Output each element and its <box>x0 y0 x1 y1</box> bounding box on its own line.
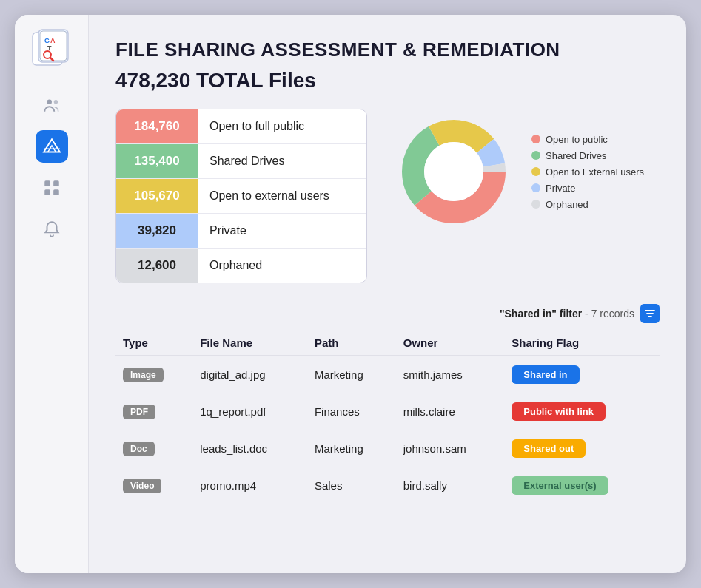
legend-dot-orphaned <box>531 200 540 209</box>
filter-info: "Shared in" filter - 7 records <box>115 304 660 323</box>
stat-row-orphaned: 12,600 Orphaned <box>116 249 366 283</box>
table-row: Image digital_ad.jpg Marketing smith.jam… <box>115 356 660 393</box>
stat-number-external: 105,670 <box>116 179 198 213</box>
legend-label-public: Open to public <box>546 134 608 145</box>
page-title: FILE SHARING ASSESSMENT & REMEDIATION <box>115 38 660 61</box>
stat-label-open-public: Open to full public <box>198 110 316 143</box>
table-row: Video promo.mp4 Sales bird.sally Externa… <box>115 467 660 504</box>
cell-type: PDF <box>115 393 192 430</box>
cell-type: Image <box>115 356 192 393</box>
stat-label-external: Open to external users <box>198 180 341 212</box>
legend-dot-private <box>531 183 540 192</box>
stat-number-orphaned: 12,600 <box>116 249 198 283</box>
cell-flag: Public with link <box>504 393 660 430</box>
stat-label-orphaned: Orphaned <box>198 249 274 282</box>
cell-path: Marketing <box>307 356 396 393</box>
legend-label-private: Private <box>546 183 575 194</box>
svg-text:G: G <box>44 37 50 44</box>
cell-filename: leads_list.doc <box>192 430 307 467</box>
cell-flag: External user(s) <box>504 467 660 504</box>
cell-filename: 1q_report.pdf <box>192 393 307 430</box>
legend-label-external: Open to External users <box>546 166 644 178</box>
cell-owner: bird.sally <box>396 467 505 504</box>
cell-flag: Shared out <box>504 430 660 467</box>
svg-point-19 <box>424 142 483 201</box>
table-row: PDF 1q_report.pdf Finances mills.claire … <box>115 393 660 430</box>
stat-number-private: 39,820 <box>116 214 198 248</box>
chart-legend: Open to public Shared Drives Open to Ext… <box>531 134 644 210</box>
sidebar: G A T <box>15 15 89 573</box>
stat-row-private: 39,820 Private <box>116 214 366 249</box>
cell-path: Marketing <box>307 430 396 467</box>
files-table: Type File Name Path Owner Sharing Flag I… <box>115 331 660 504</box>
svg-rect-10 <box>44 180 50 186</box>
stat-row-open-public: 184,760 Open to full public <box>116 109 366 144</box>
legend-item-external: Open to External users <box>531 166 644 178</box>
cell-filename: digital_ad.jpg <box>192 356 307 393</box>
sharing-flag-public-link: Public with link <box>512 402 606 421</box>
svg-rect-12 <box>44 189 50 195</box>
stat-label-private: Private <box>198 214 258 247</box>
legend-item-public: Open to public <box>531 134 644 145</box>
sharing-flag-shared-in: Shared in <box>512 365 579 384</box>
legend-item-shared-drives: Shared Drives <box>531 150 644 161</box>
stat-label-shared-drives: Shared Drives <box>198 145 296 178</box>
col-flag: Sharing Flag <box>504 331 660 356</box>
legend-dot-external <box>531 167 540 176</box>
stat-row-shared-drives: 135,400 Shared Drives <box>116 144 366 179</box>
table-row: Doc leads_list.doc Marketing johnson.sam… <box>115 430 660 467</box>
legend-dot-public <box>531 135 540 143</box>
main-content: FILE SHARING ASSESSMENT & REMEDIATION 47… <box>89 15 686 573</box>
sharing-flag-external: External user(s) <box>512 476 608 495</box>
stat-number-shared-drives: 135,400 <box>116 144 198 178</box>
svg-rect-13 <box>53 189 59 195</box>
col-filename: File Name <box>192 331 307 356</box>
col-type: Type <box>115 331 192 356</box>
sidebar-drive-icon[interactable] <box>36 130 68 163</box>
cell-path: Finances <box>307 393 396 430</box>
cell-owner: mills.claire <box>396 393 505 430</box>
svg-point-8 <box>47 99 52 104</box>
filter-label: "Shared in" filter <box>500 308 582 320</box>
col-path: Path <box>307 331 396 356</box>
legend-label-orphaned: Orphaned <box>546 199 588 210</box>
chart-area: Open to public Shared Drives Open to Ext… <box>391 109 660 234</box>
legend-label-shared-drives: Shared Drives <box>546 150 606 161</box>
legend-dot-shared-drives <box>531 151 540 160</box>
cell-flag: Shared in <box>504 356 660 393</box>
cell-path: Sales <box>307 467 396 504</box>
stats-table: 184,760 Open to full public 135,400 Shar… <box>115 109 367 283</box>
legend-item-orphaned: Orphaned <box>531 199 644 210</box>
svg-text:A: A <box>50 37 56 44</box>
type-badge-video: Video <box>123 479 161 493</box>
type-badge-image: Image <box>123 368 164 382</box>
svg-point-9 <box>53 100 57 104</box>
cell-type: Video <box>115 467 192 504</box>
stat-number-open-public: 184,760 <box>116 109 198 143</box>
sharing-flag-shared-out: Shared out <box>512 439 586 458</box>
stats-row: 184,760 Open to full public 135,400 Shar… <box>115 109 660 283</box>
sidebar-bell-icon[interactable] <box>36 213 68 246</box>
svg-rect-11 <box>53 180 59 186</box>
app-card: G A T <box>15 15 686 573</box>
type-badge-doc: Doc <box>123 442 155 456</box>
cell-type: Doc <box>115 430 192 467</box>
col-owner: Owner <box>396 331 505 356</box>
filter-button[interactable] <box>640 304 660 323</box>
cell-owner: smith.james <box>396 356 505 393</box>
sidebar-grid-icon[interactable] <box>36 172 68 204</box>
filter-text: "Shared in" filter - 7 records <box>500 308 634 320</box>
app-logo: G A T <box>31 28 73 70</box>
donut-chart <box>391 109 517 234</box>
type-badge-pdf: PDF <box>123 405 155 419</box>
stat-row-external: 105,670 Open to external users <box>116 179 366 214</box>
total-files: 478,230 TOTAL Files <box>115 69 660 92</box>
cell-owner: johnson.sam <box>396 430 505 467</box>
sidebar-users-icon[interactable] <box>36 89 68 121</box>
legend-item-private: Private <box>531 183 644 194</box>
cell-filename: promo.mp4 <box>192 467 307 504</box>
